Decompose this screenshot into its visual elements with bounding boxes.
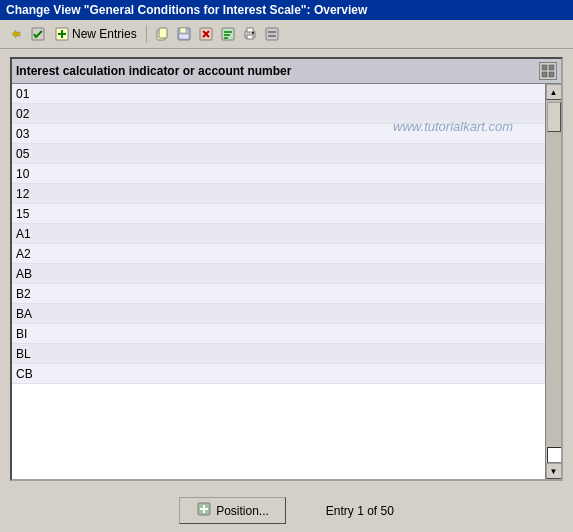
- row-value: 05: [16, 147, 29, 161]
- svg-rect-3: [159, 28, 167, 38]
- row-value: BA: [16, 307, 32, 321]
- row-value: B2: [16, 287, 31, 301]
- print-icon[interactable]: [240, 24, 260, 44]
- toolbar-separator-1: [146, 25, 147, 43]
- new-entries-label: New Entries: [72, 27, 137, 41]
- table-row[interactable]: BL: [12, 344, 545, 364]
- row-value: A2: [16, 247, 31, 261]
- svg-rect-17: [268, 31, 276, 33]
- scroll-down-button[interactable]: ▼: [546, 463, 562, 479]
- svg-rect-14: [247, 35, 253, 39]
- position-button[interactable]: Position...: [179, 497, 286, 524]
- row-value: BI: [16, 327, 27, 341]
- table-row[interactable]: 05: [12, 144, 545, 164]
- row-value: A1: [16, 227, 31, 241]
- copy-icon[interactable]: [152, 24, 172, 44]
- position-btn-label: Position...: [216, 504, 269, 518]
- svg-rect-19: [542, 65, 547, 70]
- row-value: 03: [16, 127, 29, 141]
- svg-rect-13: [247, 28, 253, 32]
- new-entries-button[interactable]: New Entries: [50, 24, 141, 44]
- details-icon[interactable]: [218, 24, 238, 44]
- settings-icon[interactable]: [262, 24, 282, 44]
- row-value: 10: [16, 167, 29, 181]
- scroll-track[interactable]: [546, 100, 561, 447]
- data-table: Interest calculation indicator or accoun…: [10, 57, 563, 481]
- table-row[interactable]: BI: [12, 324, 545, 344]
- scroll-checkbox[interactable]: [547, 447, 562, 463]
- bottom-bar: Position... Entry 1 of 50: [0, 489, 573, 532]
- table-row[interactable]: 12: [12, 184, 545, 204]
- svg-rect-21: [542, 72, 547, 77]
- table-row[interactable]: B2: [12, 284, 545, 304]
- svg-rect-22: [549, 72, 554, 77]
- row-value: 12: [16, 187, 29, 201]
- row-value: BL: [16, 347, 31, 361]
- table-row[interactable]: 01: [12, 84, 545, 104]
- svg-rect-5: [180, 28, 186, 33]
- table-header: Interest calculation indicator or accoun…: [12, 59, 561, 84]
- svg-point-15: [252, 32, 254, 34]
- svg-rect-16: [266, 28, 278, 40]
- table-row[interactable]: 03: [12, 124, 545, 144]
- svg-rect-18: [268, 35, 276, 37]
- scroll-thumb[interactable]: [547, 102, 561, 132]
- table-row[interactable]: A2: [12, 244, 545, 264]
- column-header-text: Interest calculation indicator or accoun…: [16, 64, 539, 78]
- svg-rect-6: [179, 34, 189, 39]
- title-bar: Change View "General Conditions for Inte…: [0, 0, 573, 20]
- row-value: AB: [16, 267, 32, 281]
- save-icon[interactable]: [174, 24, 194, 44]
- column-options-icon[interactable]: [539, 62, 557, 80]
- row-value: CB: [16, 367, 33, 381]
- scrollable-content: 01020305101215A1A2ABB2BABIBLCB ▲ ▼: [12, 84, 561, 479]
- table-row[interactable]: AB: [12, 264, 545, 284]
- scroll-up-button[interactable]: ▲: [546, 84, 562, 100]
- table-row[interactable]: 10: [12, 164, 545, 184]
- row-value: 01: [16, 87, 29, 101]
- table-body: 01020305101215A1A2ABB2BABIBLCB: [12, 84, 545, 479]
- content-area: www.tutorialkart.com Interest calculatio…: [0, 49, 573, 489]
- row-value: 15: [16, 207, 29, 221]
- ok-icon[interactable]: [28, 24, 48, 44]
- delete-icon[interactable]: [196, 24, 216, 44]
- table-row[interactable]: 15: [12, 204, 545, 224]
- vertical-scrollbar[interactable]: ▲ ▼: [545, 84, 561, 479]
- window-title: Change View "General Conditions for Inte…: [6, 3, 367, 17]
- entry-info: Entry 1 of 50: [326, 504, 394, 518]
- row-value: 02: [16, 107, 29, 121]
- undo-icon[interactable]: [6, 24, 26, 44]
- toolbar: New Entries: [0, 20, 573, 49]
- table-row[interactable]: CB: [12, 364, 545, 384]
- position-icon: [196, 501, 212, 520]
- table-row[interactable]: BA: [12, 304, 545, 324]
- table-row[interactable]: 02: [12, 104, 545, 124]
- svg-rect-20: [549, 65, 554, 70]
- table-row[interactable]: A1: [12, 224, 545, 244]
- main-window: Change View "General Conditions for Inte…: [0, 0, 573, 532]
